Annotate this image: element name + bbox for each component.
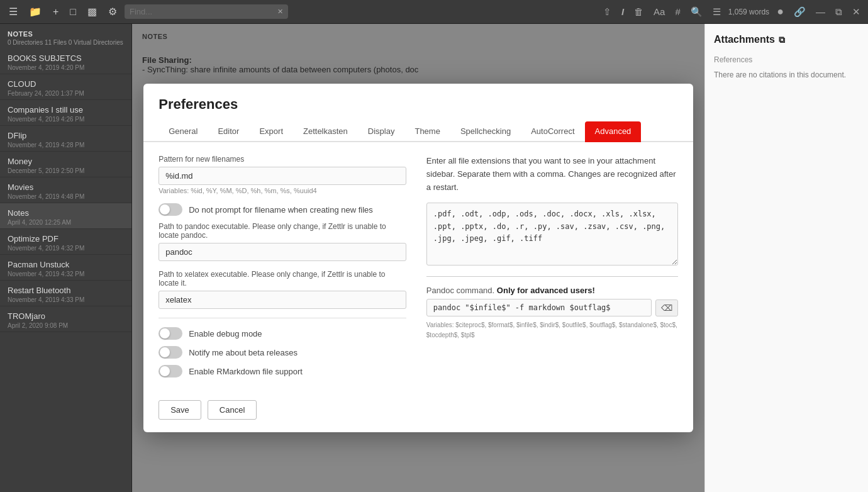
pandoc-path-label: Path to pandoc executable. Please only c… (159, 222, 406, 240)
toggle-rmarkdown-label: Enable RMarkdown file support (189, 367, 303, 376)
sidebar-item-name: Restart Bluetooth (8, 286, 124, 295)
modal-header: Preferences (143, 84, 693, 113)
sidebar-item-name: Optimize PDF (8, 234, 124, 243)
modal-left: Pattern for new filenames Variables: %id… (159, 155, 426, 384)
minimize-icon[interactable]: — (813, 5, 828, 18)
sidebar-item-bluetooth[interactable]: Restart Bluetooth November 4, 2019 4:33 … (0, 281, 131, 306)
sidebar-item-date: November 4, 2019 4:28 PM (8, 142, 124, 148)
toggle-beta-label: Notify me about beta releases (189, 348, 298, 357)
modal-body: Pattern for new filenames Variables: %id… (143, 142, 693, 394)
pandoc-vars: Variables: $citeproc$, $format$, $infile… (426, 320, 678, 340)
pandoc-cmd-text: Pandoc command. (426, 286, 494, 295)
delete-icon[interactable]: 🗑 (632, 5, 646, 18)
toggle-rmarkdown-row: Enable RMarkdown file support (159, 365, 406, 377)
attachments-panel: Attachments ⧉ References There are no ci… (704, 24, 868, 492)
tab-advanced[interactable]: Advanced (585, 121, 642, 142)
pandoc-cmd-bold: Only for advanced users! (497, 286, 595, 295)
sidebar-item-money[interactable]: Money December 5, 2019 2:50 PM (0, 152, 131, 177)
share-icon[interactable]: ⇧ (601, 5, 614, 19)
sidebar-item-date: November 4, 2019 4:32 PM (8, 245, 124, 252)
sidebar-item-companies[interactable]: Companies I still use November 4, 2019 4… (0, 100, 131, 126)
preferences-tabs: General Editor Export Zettelkasten Displ… (143, 121, 693, 142)
toggle-prompt-label: Do not prompt for filename when creating… (189, 205, 373, 215)
tab-display[interactable]: Display (358, 121, 405, 142)
sidebar-item-date: November 4, 2019 4:26 PM (8, 116, 124, 123)
close-window-icon[interactable]: ✕ (850, 5, 863, 19)
sidebar-item-pacman[interactable]: Pacman Unstuck November 4, 2019 4:32 PM (0, 255, 131, 281)
sidebar-item-name: Notes (8, 208, 124, 218)
sidebar-item-date: November 4, 2019 4:48 PM (8, 193, 124, 200)
search-input[interactable] (130, 7, 275, 16)
main-area: NOTES File Sharing: - SyncThing: share i… (132, 24, 704, 492)
sidebar-item-optimize[interactable]: Optimize PDF November 4, 2019 4:32 PM (0, 229, 131, 255)
folder-icon[interactable]: 📁 (25, 3, 45, 20)
sidebar-item-books[interactable]: BOOKS SUBJETCS November 4, 2019 4:20 PM (0, 48, 131, 74)
toggle-prompt[interactable] (159, 203, 182, 216)
toggle-prompt-row: Do not prompt for filename when creating… (159, 203, 406, 216)
settings-icon[interactable]: ⚙ (104, 3, 121, 20)
restore-icon[interactable]: ⧉ (833, 5, 845, 19)
menu-icon[interactable]: ☰ (5, 3, 21, 20)
sidebar-item-date: November 4, 2019 4:20 PM (8, 64, 124, 71)
tab-general[interactable]: General (159, 121, 208, 142)
sidebar-item-movies[interactable]: Movies November 4, 2019 4:48 PM (0, 177, 131, 203)
new-file-icon[interactable]: + (49, 4, 62, 20)
sidebar-item-notes[interactable]: Notes April 4, 2020 12:25 AM (0, 203, 131, 229)
sidebar-item-name: Movies (8, 182, 124, 192)
toggle-beta-row: Notify me about beta releases (159, 346, 406, 359)
word-count: 1,059 words (728, 8, 769, 16)
modal-right: Enter all file extensions that you want … (426, 155, 678, 384)
app-layout: NOTES 0 Directories 11 Files 0 Virtual D… (0, 24, 868, 492)
tab-export[interactable]: Export (249, 121, 293, 142)
attachments-label: Attachments (714, 34, 775, 45)
preferences-modal: Preferences General Editor Export Zettel… (143, 84, 693, 432)
sidebar-item-tromjaro[interactable]: TROMjaro April 2, 2020 9:08 PM (0, 306, 131, 332)
search-close-icon[interactable]: ✕ (277, 8, 283, 16)
hash-icon[interactable]: # (672, 5, 682, 18)
tag-icon[interactable]: ▩ (84, 3, 101, 20)
toggle-beta[interactable] (159, 346, 182, 359)
tab-editor[interactable]: Editor (208, 121, 249, 142)
tab-spellchecking[interactable]: Spellchecking (450, 121, 521, 142)
extensions-description: Enter all file extensions that you want … (426, 155, 678, 194)
search-bar: ✕ (125, 4, 288, 19)
modal-overlay[interactable]: Preferences General Editor Export Zettel… (132, 24, 704, 492)
search-text-icon[interactable]: 🔍 (688, 5, 705, 19)
attachments-export-icon[interactable]: ⧉ (779, 35, 785, 45)
sidebar-item-date: November 4, 2019 4:32 PM (8, 271, 124, 277)
sidebar-item-date: November 4, 2019 4:33 PM (8, 296, 124, 303)
pandoc-input[interactable] (159, 243, 406, 261)
sidebar-item-name: Money (8, 157, 124, 166)
toggle-debug-row: Enable debug mode (159, 327, 406, 340)
toggle-debug[interactable] (159, 327, 182, 340)
image-icon[interactable]: □ (66, 4, 80, 20)
no-citations-text: There are no citations in this document. (714, 69, 859, 81)
sidebar-item-date: February 24, 2020 1:37 PM (8, 90, 124, 97)
sidebar-item-dflip[interactable]: DFlip November 4, 2019 4:28 PM (0, 126, 131, 152)
sidebar-item-cloud[interactable]: CLOUD February 24, 2020 1:37 PM (0, 74, 131, 100)
attachments-sub: References (714, 55, 859, 64)
save-button[interactable]: Save (159, 400, 201, 420)
pattern-group: Pattern for new filenames Variables: %id… (159, 155, 406, 194)
sidebar-title: NOTES (8, 30, 124, 38)
pattern-hint: Variables: %id, %Y, %M, %D, %h, %m, %s, … (159, 187, 406, 194)
xelatex-group: Path to xelatex executable. Please only … (159, 270, 406, 309)
extensions-textarea[interactable]: .pdf, .odt, .odp, .ods, .doc, .docx, .xl… (426, 203, 678, 266)
tab-zettelkasten[interactable]: Zettelkasten (293, 121, 358, 142)
italic-icon[interactable]: I (619, 5, 626, 18)
pandoc-cmd-description: Pandoc command. Only for advanced users! (426, 286, 678, 295)
tab-theme[interactable]: Theme (404, 121, 450, 142)
pandoc-cmd-input[interactable] (426, 299, 652, 316)
toggle-rmarkdown[interactable] (159, 365, 182, 377)
pattern-input[interactable] (159, 167, 406, 185)
sidebar-item-date: April 2, 2020 9:08 PM (8, 322, 124, 329)
link-icon[interactable]: 🔗 (791, 5, 808, 19)
format-icon[interactable]: Aa (651, 5, 667, 18)
cmd-clear-button[interactable]: ⌫ (655, 299, 678, 316)
tab-autocorrect[interactable]: AutoCorrect (521, 121, 584, 142)
xelatex-input[interactable] (159, 291, 406, 309)
sidebar-item-name: TROMjaro (8, 311, 124, 321)
cancel-button[interactable]: Cancel (208, 400, 257, 420)
stats-icon[interactable]: ☰ (710, 5, 723, 19)
attachments-title: Attachments ⧉ (714, 34, 859, 45)
